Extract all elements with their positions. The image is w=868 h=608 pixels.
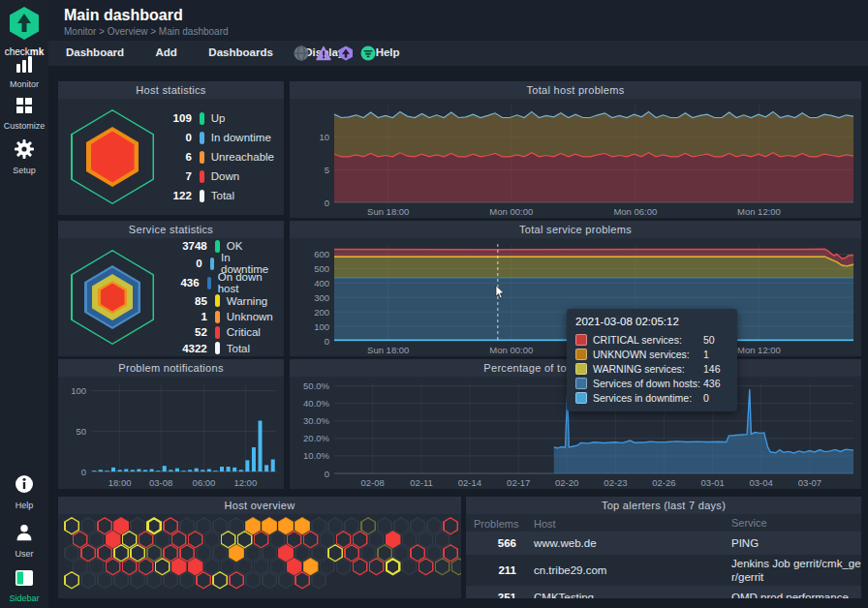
host-hexagon-olive-outline[interactable] — [360, 517, 376, 535]
stat-row[interactable]: 52Critical — [163, 324, 274, 340]
sidebar-item-monitor[interactable]: Monitor — [0, 56, 48, 89]
host-hexagon-empty[interactable] — [89, 558, 105, 576]
stat-row[interactable]: 109Up — [147, 108, 274, 128]
host-hexagon-yellow-outline-bold[interactable] — [386, 558, 401, 576]
host-hexagon-red-outline[interactable] — [418, 558, 434, 576]
host-hexagon-red-outline[interactable] — [73, 531, 88, 549]
host-hexagon-empty[interactable] — [245, 544, 261, 562]
host-hexagon-empty[interactable] — [327, 517, 343, 535]
stat-row[interactable]: 0In downtime — [147, 128, 274, 147]
problem-notifications-chart[interactable]: 05010018:0003-0806:0012:00 — [58, 377, 284, 489]
stat-row[interactable]: 436On down host — [163, 273, 274, 292]
host-hexagon-red-outline[interactable] — [80, 544, 96, 562]
host-hexagon-red-outline[interactable] — [294, 571, 310, 590]
host-hexagon-empty[interactable] — [196, 544, 211, 562]
host-hexagon-empty[interactable] — [221, 558, 236, 576]
host-hexagon-empty[interactable] — [311, 517, 326, 535]
host-hexagon-empty[interactable] — [245, 571, 261, 590]
host-hexagon-orange-filled[interactable] — [303, 558, 319, 576]
host-hexagon-red-outline[interactable] — [443, 517, 458, 535]
host-hexagon-empty[interactable] — [204, 531, 220, 549]
host-hexagon-empty[interactable] — [262, 544, 277, 562]
column-header[interactable]: Problems — [466, 516, 520, 530]
host-hexagon-red-outline[interactable] — [303, 531, 319, 549]
host-hexagon-yellow-outline[interactable] — [130, 544, 145, 562]
host-hexagon-yellow-outline[interactable] — [155, 558, 170, 576]
host-hexagon-red-outline[interactable] — [353, 558, 368, 576]
host-hexagon-empty[interactable] — [262, 571, 277, 590]
host-hexagon-red-outline[interactable] — [179, 544, 195, 562]
sidebar-item-help[interactable]: Help — [0, 474, 48, 510]
host-hexagon-red-outline[interactable] — [163, 544, 178, 562]
host-hexagon-red-outline[interactable] — [336, 531, 352, 549]
stat-row[interactable]: 85Warning — [163, 292, 274, 308]
host-hexagon-yellow-outline[interactable] — [64, 517, 79, 535]
host-hexagon-yellow-outline[interactable] — [221, 531, 236, 549]
stat-row[interactable]: 0In downtime — [163, 254, 274, 273]
host-hexagon-red-filled[interactable] — [188, 558, 203, 576]
host-hexagon-empty[interactable] — [130, 517, 145, 535]
host-hexagon-red-outline[interactable] — [254, 531, 269, 549]
host-hexagon-empty[interactable] — [294, 544, 310, 562]
host-hexagon-red-outline[interactable] — [443, 544, 458, 562]
host-hexagon-orange-filled[interactable] — [229, 544, 244, 562]
host-hexagon-empty[interactable] — [212, 544, 228, 562]
host-hexagon-red-filled[interactable] — [113, 517, 129, 535]
host-hexagon-empty[interactable] — [402, 531, 418, 549]
host-hexagon-yellow-outline[interactable] — [122, 531, 138, 549]
host-statistics-hexagon[interactable] — [58, 99, 147, 215]
host-hexagon-empty[interactable] — [311, 544, 326, 562]
host-hexagon-red-outline[interactable] — [139, 558, 154, 576]
host-hexagon-empty[interactable] — [237, 558, 253, 576]
host-hexagon-empty[interactable] — [89, 531, 105, 549]
host-hexagon-red-outline[interactable] — [188, 531, 203, 549]
sidebar-item-user[interactable]: User — [0, 523, 48, 559]
host-hexagon-empty[interactable] — [73, 558, 88, 576]
host-hexagon-empty[interactable] — [80, 517, 96, 535]
host-hexagon-red-outline[interactable] — [97, 544, 112, 562]
menu-add[interactable]: Add — [142, 46, 191, 58]
host-hexagon-red-filled[interactable] — [386, 531, 401, 549]
column-header[interactable]: Host — [520, 516, 726, 530]
stat-row[interactable]: 6Unreachable — [147, 147, 274, 167]
service-link[interactable]: OMD prod performance — [726, 591, 861, 598]
host-hexagon-empty[interactable] — [418, 531, 434, 549]
host-hexagon-empty[interactable] — [179, 571, 195, 590]
host-hexagon-empty[interactable] — [179, 517, 195, 535]
host-hexagon-yellow-outline-bold[interactable] — [146, 517, 162, 535]
filter-icon[interactable] — [360, 46, 376, 61]
host-hexagon-empty[interactable] — [146, 571, 162, 590]
host-hexagon-empty[interactable] — [410, 517, 425, 535]
host-hexagon-empty[interactable] — [270, 558, 286, 576]
host-hexagon-orange-filled[interactable] — [278, 517, 294, 535]
host-hexagon-empty[interactable] — [344, 517, 359, 535]
host-link[interactable]: cn.tribe29.com — [520, 564, 726, 576]
host-hexagon-empty[interactable] — [113, 571, 129, 590]
host-hexagon-empty[interactable] — [377, 517, 392, 535]
stat-row[interactable]: 122Total — [147, 186, 274, 205]
host-hexagon-red-filled[interactable] — [106, 531, 121, 549]
host-hexagon-yellow-outline[interactable] — [113, 544, 129, 562]
host-hexagon-empty[interactable] — [402, 558, 418, 576]
host-hexagon-empty[interactable] — [212, 517, 228, 535]
host-hexagon-red-filled[interactable] — [171, 558, 187, 576]
host-hexagon-red-outline[interactable] — [229, 571, 244, 590]
host-hexagon-olive-outline[interactable] — [435, 558, 450, 576]
host-hexagon-yellow-outline[interactable] — [237, 531, 253, 549]
host-hexagon-empty[interactable] — [163, 571, 178, 590]
service-link[interactable]: PING — [726, 536, 861, 550]
host-hexagon-empty[interactable] — [426, 544, 442, 562]
host-hexagon-olive-outline[interactable] — [377, 544, 392, 562]
host-hexagon-empty[interactable] — [336, 558, 352, 576]
host-hexagon-empty[interactable] — [80, 571, 96, 590]
stat-row[interactable]: 4322Total — [163, 341, 274, 356]
host-hexagon-empty[interactable] — [393, 517, 409, 535]
menu-dashboards[interactable]: Dashboards — [195, 46, 286, 58]
host-hexagon-orange-filled[interactable] — [262, 517, 277, 535]
globe-icon[interactable] — [294, 46, 309, 61]
host-hexagon-empty[interactable] — [229, 517, 244, 535]
host-hexagon-red-outline[interactable] — [163, 517, 178, 535]
stat-row[interactable]: 7Down — [147, 167, 274, 186]
host-hexagon-empty[interactable] — [254, 558, 269, 576]
host-hexagon-red-outline[interactable] — [344, 544, 359, 562]
